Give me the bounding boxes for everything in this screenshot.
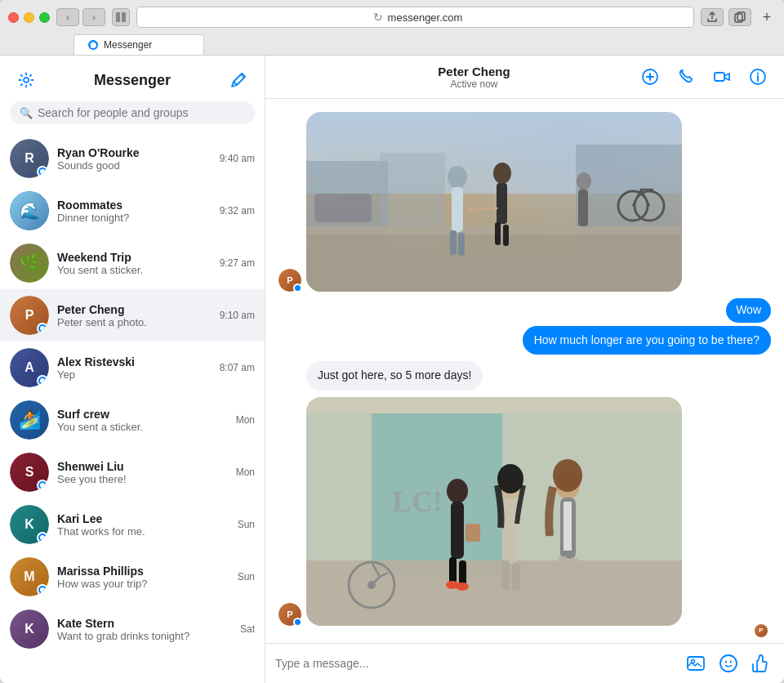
reader-view-button[interactable]: [112, 8, 130, 26]
avatar-kari: K: [10, 505, 49, 544]
new-message-button[interactable]: [225, 67, 252, 93]
conv-preview-weekend: You sent a sticker.: [57, 264, 212, 276]
back-button[interactable]: ‹: [56, 8, 79, 26]
svg-rect-15: [306, 234, 682, 292]
message-bubble-wow: Wow: [726, 298, 771, 323]
chat-contact-status: Active now: [311, 78, 637, 90]
emoji-button[interactable]: [715, 650, 742, 676]
svg-point-24: [577, 172, 591, 190]
forward-button[interactable]: ›: [82, 8, 105, 26]
conv-name-kate: Kate Stern: [57, 617, 232, 630]
conv-name-kari: Kari Lee: [57, 512, 229, 525]
svg-rect-33: [306, 560, 682, 626]
share-button[interactable]: [701, 8, 724, 26]
url-bar[interactable]: ↻ messenger.com: [136, 7, 694, 28]
svg-point-59: [730, 661, 732, 663]
svg-point-5: [24, 78, 29, 83]
maximize-button[interactable]: [39, 12, 50, 23]
conversation-item-alex[interactable]: A Alex Ristevski Yep 8:07 am: [0, 342, 265, 394]
conv-time-kate: Sat: [240, 623, 255, 635]
chat-area: Peter Cheng Active now: [265, 56, 784, 683]
conv-preview-kate: Want to grab drinks tonight?: [57, 630, 232, 642]
svg-point-41: [456, 583, 469, 591]
seen-avatar: P: [278, 624, 771, 637]
conv-preview-marissa: How was your trip?: [57, 578, 229, 590]
message-row-2: Wow: [726, 298, 771, 323]
conversation-item-roommates[interactable]: 🌊 Roommates Dinner tonight? 9:32 am: [0, 185, 265, 237]
minimize-button[interactable]: [24, 12, 34, 23]
svg-rect-54: [306, 397, 682, 413]
avatar-kate: K: [10, 609, 49, 649]
like-button[interactable]: [748, 650, 774, 676]
conversation-item-shenwei[interactable]: S Shenwei Liu See you there! Mon: [0, 446, 265, 498]
sidebar-header: Messenger: [0, 56, 265, 101]
conv-preview-peter: Peter sent a photo.: [57, 316, 212, 328]
message-row-5: P LC!: [278, 397, 771, 626]
conv-time-roommates: 9:32 am: [220, 205, 255, 217]
conv-info-marissa: Marissa Phillips How was your trip?: [57, 565, 229, 590]
sender-avatar-peter: P: [278, 269, 301, 292]
conversation-item-surf[interactable]: 🏄 Surf crew You sent a sticker. Mon: [0, 394, 265, 446]
voice-call-button[interactable]: [673, 64, 699, 90]
conversation-item-kate[interactable]: K Kate Stern Want to grab drinks tonight…: [0, 603, 265, 655]
conv-preview-kari: That works for me.: [57, 525, 229, 538]
info-button[interactable]: [745, 64, 771, 90]
svg-point-36: [447, 479, 468, 503]
svg-line-29: [469, 208, 497, 210]
settings-button[interactable]: [13, 67, 39, 93]
received-photo-2: LC!: [306, 397, 682, 626]
conv-info-shenwei: Shenwei Liu See you there!: [57, 460, 228, 485]
avatar-ryan: R: [10, 139, 49, 178]
video-call-button[interactable]: [709, 64, 735, 90]
conv-preview-surf: You sent a sticker.: [57, 421, 228, 433]
conversation-item-ryan[interactable]: R Ryan O'Rourke Sounds good 9:40 am: [0, 132, 265, 185]
svg-point-9: [757, 73, 759, 74]
conv-info-peter: Peter Cheng Peter sent a photo.: [57, 303, 212, 328]
conv-info-ryan: Ryan O'Rourke Sounds good: [57, 146, 212, 172]
conv-time-marissa: Sun: [238, 571, 255, 583]
conversation-item-kari[interactable]: K Kari Lee That works for me. Sun: [0, 498, 265, 551]
svg-rect-51: [466, 524, 480, 542]
svg-rect-17: [452, 187, 463, 232]
message-bubble-longer: How much longer are you going to be ther…: [523, 326, 771, 355]
svg-rect-49: [559, 556, 568, 587]
conv-preview-shenwei: See you there!: [57, 473, 228, 485]
message-input[interactable]: [275, 654, 676, 673]
conversation-item-weekend[interactable]: 🌿 Weekend Trip You sent a sticker. 9:27 …: [0, 237, 265, 289]
conv-info-roommates: Roommates Dinner tonight?: [57, 199, 212, 224]
svg-text:LC!: LC!: [392, 485, 443, 518]
conv-info-alex: Alex Ristevski Yep: [57, 355, 212, 381]
close-button[interactable]: [8, 12, 19, 23]
chat-header: Peter Cheng Active now: [265, 56, 784, 99]
browser-window: ‹ › ↻ messenger.com: [0, 0, 784, 683]
conv-name-alex: Alex Ristevski: [57, 355, 212, 368]
new-tab-button[interactable]: +: [758, 8, 776, 26]
svg-rect-26: [314, 194, 372, 222]
tab-label: Messenger: [104, 39, 152, 51]
conv-name-shenwei: Shenwei Liu: [57, 460, 228, 473]
message-bubble-response: Just got here, so 5 more days!: [306, 361, 483, 391]
chat-header-actions: [637, 64, 771, 90]
svg-point-58: [725, 661, 727, 663]
svg-point-53: [553, 459, 582, 492]
conv-preview-ryan: Sounds good: [57, 159, 212, 172]
add-people-button[interactable]: [637, 64, 663, 90]
search-input[interactable]: [38, 106, 245, 119]
chat-header-info: Peter Cheng Active now: [311, 65, 637, 90]
image-attach-button[interactable]: [683, 650, 709, 676]
avatar-surf: 🏄: [10, 400, 49, 440]
conversation-item-peter[interactable]: P Peter Cheng Peter sent a photo. 9:10 a…: [0, 289, 265, 342]
sidebar-title: Messenger: [94, 72, 171, 89]
conversation-list: R Ryan O'Rourke Sounds good 9:40 am 🌊: [0, 132, 265, 683]
message-row-4: Just got here, so 5 more days!: [278, 361, 771, 391]
conv-info-surf: Surf crew You sent a sticker.: [57, 408, 228, 433]
svg-point-57: [720, 655, 737, 672]
app-container: Messenger 🔍 R: [0, 56, 784, 683]
conv-time-kari: Sun: [238, 519, 255, 530]
avatar-shenwei: S: [10, 453, 49, 492]
duplicate-button[interactable]: [728, 8, 751, 26]
conversation-item-marissa[interactable]: M Marissa Phillips How was your trip? Su…: [0, 551, 265, 603]
received-photo-1: [306, 112, 682, 292]
active-tab[interactable]: Messenger: [74, 34, 204, 55]
avatar-weekend: 🌿: [10, 243, 49, 283]
